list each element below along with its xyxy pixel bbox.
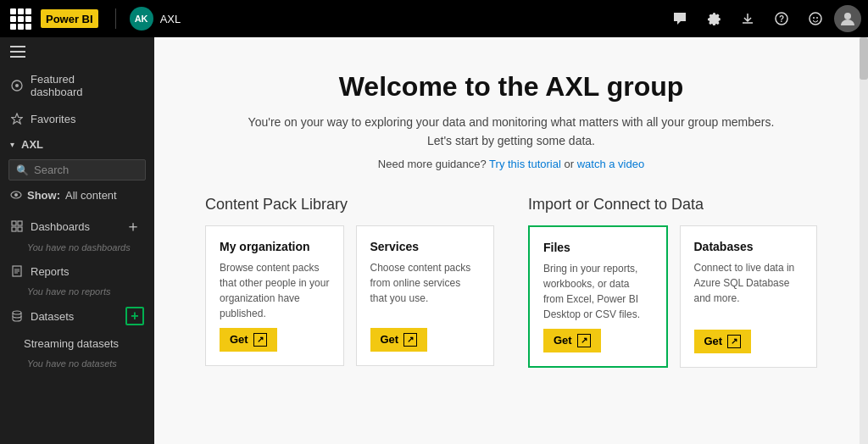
datasets-empty-label: You have no datasets [0, 357, 154, 374]
comment-icon-button[interactable] [665, 3, 695, 34]
datasets-add-button[interactable]: + [125, 307, 144, 325]
help-icon-button[interactable]: ? [766, 3, 797, 34]
welcome-title: Welcome to the AXL group [205, 71, 817, 103]
user-avatar[interactable] [834, 5, 861, 32]
section2-title: Import or Connect to Data [528, 196, 817, 214]
get-arrow-icon: ↗ [253, 333, 267, 347]
reports-empty-label: You have no reports [0, 285, 154, 302]
datasets-icon [10, 309, 24, 323]
card-services: Services Choose content packs from onlin… [356, 225, 495, 366]
card-databases: Databases Connect to live data in Azure … [680, 225, 818, 368]
get-arrow-icon: ↗ [577, 334, 591, 347]
sidebar-item-featured-dashboard[interactable]: Featured dashboard ··· [0, 66, 154, 105]
svg-rect-13 [12, 227, 16, 231]
card-services-desc: Choose content packs from online service… [370, 260, 481, 321]
top-nav: Power BI AK AXL ? [0, 0, 868, 37]
sidebar-item-streaming-datasets[interactable]: Streaming datasets [0, 330, 154, 357]
card-services-title: Services [370, 240, 481, 253]
svg-marker-8 [12, 114, 23, 124]
sidebar-item-dashboards[interactable]: Dashboards ＋ [0, 212, 154, 241]
svg-point-3 [813, 17, 815, 19]
card-files-title: Files [543, 241, 653, 254]
sidebar-show-row[interactable]: Show: All content ··· [0, 184, 154, 207]
sidebar-datasets-label: Datasets [31, 310, 119, 323]
eye-icon [10, 189, 22, 202]
get-arrow-icon: ↗ [727, 335, 741, 348]
sidebar-featured-label: Featured dashboard [31, 73, 126, 98]
sidebar-reports-label: Reports [31, 265, 144, 278]
streaming-datasets-label: Streaming datasets [24, 337, 144, 350]
emoji-icon-button[interactable] [800, 3, 831, 34]
settings-icon-button[interactable] [698, 3, 729, 34]
svg-rect-11 [12, 221, 16, 225]
svg-point-2 [810, 13, 821, 25]
sections-row: Content Pack Library My organization Bro… [205, 196, 817, 368]
svg-point-10 [14, 193, 18, 197]
waffle-menu-icon[interactable] [7, 5, 34, 32]
section2-cards: Files Bring in your reports, workbooks, … [528, 225, 817, 368]
svg-text:?: ? [779, 14, 784, 24]
nav-separator [115, 8, 116, 29]
powerbi-logo: Power BI [41, 9, 98, 28]
welcome-guidance: Need more guidance? Try this tutorial or… [205, 158, 817, 170]
dashboards-icon [10, 219, 24, 233]
sidebar-item-favorites[interactable]: Favorites [0, 105, 154, 132]
card-databases-desc: Connect to live data in Azure SQL Databa… [694, 260, 804, 323]
svg-point-19 [13, 311, 21, 314]
card-services-get-button[interactable]: Get ↗ [370, 328, 428, 352]
dashboards-empty-label: You have no dashboards [0, 241, 154, 258]
sidebar: Featured dashboard ··· Favorites ▾ AXL ·… [0, 37, 154, 444]
dashboards-add-button[interactable]: ＋ [122, 219, 144, 234]
reports-icon [10, 264, 24, 278]
card-databases-title: Databases [694, 240, 804, 253]
search-icon: 🔍 [16, 164, 29, 176]
user-name: AXL [160, 13, 181, 25]
sidebar-axl-section[interactable]: ▾ AXL ··· [0, 132, 154, 156]
search-input[interactable] [34, 164, 138, 176]
sidebar-item-reports[interactable]: Reports [0, 258, 154, 285]
scrollbar-thumb[interactable] [860, 37, 868, 80]
svg-point-4 [816, 17, 818, 19]
hamburger-button[interactable] [0, 37, 154, 66]
axl-chevron-icon: ▾ [10, 140, 14, 149]
content-pack-library-section: Content Pack Library My organization Bro… [205, 196, 494, 368]
svg-point-7 [15, 84, 19, 87]
svg-point-5 [844, 13, 851, 19]
import-connect-section: Import or Connect to Data Files Bring in… [528, 196, 817, 368]
welcome-subtitle: You're on your way to exploring your dat… [205, 113, 817, 151]
get-arrow-icon: ↗ [403, 333, 417, 347]
card-my-org-title: My organization [220, 240, 330, 253]
scrollbar-track[interactable] [860, 37, 868, 444]
svg-rect-14 [18, 227, 22, 231]
section1-title: Content Pack Library [205, 196, 494, 214]
card-my-org-get-button[interactable]: Get ↗ [220, 328, 277, 352]
sidebar-dashboards-label: Dashboards [31, 220, 115, 233]
show-value: All content [65, 189, 117, 202]
user-badge: AK [130, 7, 153, 31]
card-databases-get-button[interactable]: Get ↗ [694, 330, 752, 353]
card-my-org-desc: Browse content packs that other people i… [220, 260, 330, 321]
card-my-organization: My organization Browse content packs tha… [205, 225, 344, 366]
card-files-get-button[interactable]: Get ↗ [543, 329, 601, 352]
search-box[interactable]: 🔍 [8, 159, 146, 180]
card-files: Files Bring in your reports, workbooks, … [528, 225, 668, 368]
featured-dashboard-icon [10, 79, 24, 92]
axl-label: AXL [21, 138, 127, 151]
svg-rect-12 [18, 221, 22, 225]
sidebar-favorites-label: Favorites [31, 113, 144, 125]
tutorial-link[interactable]: Try this tutorial [489, 158, 561, 170]
sidebar-item-datasets[interactable]: Datasets + [0, 302, 154, 330]
main-layout: Featured dashboard ··· Favorites ▾ AXL ·… [0, 37, 868, 444]
main-content: Welcome to the AXL group You're on your … [154, 37, 868, 444]
show-label: Show: [27, 189, 60, 202]
video-link[interactable]: watch a video [577, 158, 645, 170]
download-icon-button[interactable] [732, 3, 763, 34]
card-files-desc: Bring in your reports, workbooks, or dat… [543, 261, 653, 322]
section1-cards: My organization Browse content packs tha… [205, 225, 494, 366]
favorites-icon [10, 112, 24, 125]
